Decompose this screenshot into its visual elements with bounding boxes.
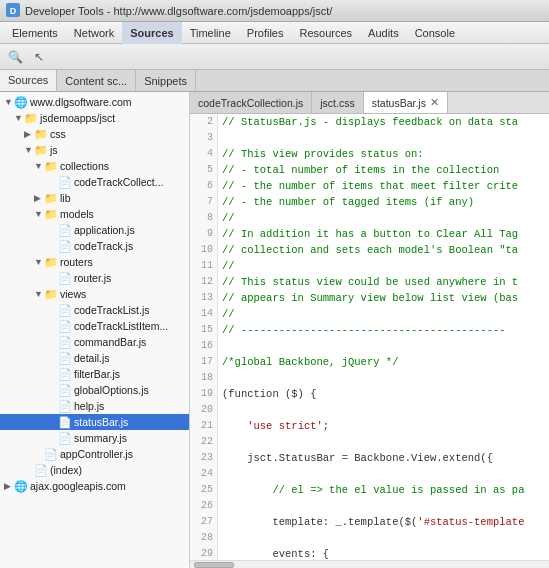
tree-item-collections[interactable]: ▼ 📁 collections <box>0 158 189 174</box>
line-num: 7 <box>194 194 213 210</box>
code-line: // This view provides status on: <box>222 146 545 162</box>
chevron-down-icon: ▼ <box>14 113 24 123</box>
tree-item-js[interactable]: ▼ 📁 js <box>0 142 189 158</box>
tree-label: js <box>50 144 58 156</box>
close-tab-icon[interactable]: ✕ <box>430 96 439 109</box>
file-icon: 📄 <box>44 448 58 461</box>
tree-item-commandbar[interactable]: 📄 commandBar.js <box>0 334 189 350</box>
tree-item-index[interactable]: 📄 (index) <box>0 462 189 478</box>
menu-console[interactable]: Console <box>407 22 463 44</box>
tree-item-lib[interactable]: ▶ 📁 lib <box>0 190 189 206</box>
line-num: 5 <box>194 162 213 178</box>
code-line: // <box>222 306 545 322</box>
tree-label: codeTrackCollect... <box>74 176 163 188</box>
code-line: // - total number of items in the collec… <box>222 162 545 178</box>
tree-label: routers <box>60 256 93 268</box>
tree-label: views <box>60 288 86 300</box>
tab-sources[interactable]: Sources <box>0 70 57 91</box>
scrollbar-thumb[interactable] <box>194 562 234 568</box>
code-line: // -------------------------------------… <box>222 322 545 338</box>
folder-icon: 📁 <box>44 160 58 173</box>
tree-item-models[interactable]: ▼ 📁 models <box>0 206 189 222</box>
line-num: 17 <box>194 354 213 370</box>
tree-label: detail.js <box>74 352 110 364</box>
search-button[interactable]: 🔍 <box>4 46 26 68</box>
tree-label: codeTrackList.js <box>74 304 149 316</box>
tree-item-codetrack[interactable]: 📄 codeTrack.js <box>0 238 189 254</box>
tree-label: models <box>60 208 94 220</box>
code-line: // collection and sets each model's Bool… <box>222 242 545 258</box>
folder-icon: 📁 <box>44 288 58 301</box>
tree-item-summary[interactable]: 📄 summary.js <box>0 430 189 446</box>
tree-item-root2[interactable]: ▶ 🌐 ajax.googleapis.com <box>0 478 189 494</box>
tab-label: statusBar.js <box>372 97 426 109</box>
menu-elements[interactable]: Elements <box>4 22 66 44</box>
menu-audits[interactable]: Audits <box>360 22 407 44</box>
tree-item-jsdemoapps[interactable]: ▼ 📁 jsdemoapps/jsct <box>0 110 189 126</box>
line-num: 18 <box>194 370 213 386</box>
tab-jsct-css[interactable]: jsct.css <box>312 92 363 113</box>
svg-text:D: D <box>10 6 17 16</box>
tree-label: codeTrackListItem... <box>74 320 168 332</box>
tree-item-codetracklistitem[interactable]: 📄 codeTrackListItem... <box>0 318 189 334</box>
tree-label: filterBar.js <box>74 368 120 380</box>
menu-timeline[interactable]: Timeline <box>182 22 239 44</box>
menu-sources[interactable]: Sources <box>122 22 181 44</box>
title-bar: D Developer Tools - http://www.dlgsoftwa… <box>0 0 549 22</box>
tab-label: codeTrackCollection.js <box>198 97 303 109</box>
tree-item-codetracklist[interactable]: 📄 codeTrackList.js <box>0 302 189 318</box>
code-line: (function ($) { <box>222 386 545 402</box>
code-lines: // StatusBar.js - displays feedback on d… <box>218 114 549 560</box>
line-num: 27 <box>194 514 213 530</box>
window-title: Developer Tools - http://www.dlgsoftware… <box>25 5 332 17</box>
file-tree[interactable]: ▼ 🌐 www.dlgsoftware.com ▼ 📁 jsdemoapps/j… <box>0 92 189 568</box>
main-container: Sources Content sc... Snippets ▼ 🌐 www.d… <box>0 70 549 568</box>
tree-item-help[interactable]: 📄 help.js <box>0 398 189 414</box>
menu-profiles[interactable]: Profiles <box>239 22 292 44</box>
line-num: 24 <box>194 466 213 482</box>
code-line <box>222 370 545 386</box>
tree-label: commandBar.js <box>74 336 146 348</box>
code-line: // el => the el value is passed in as pa <box>222 482 545 498</box>
code-line: // appears in Summary view below list vi… <box>222 290 545 306</box>
tree-item-root1[interactable]: ▼ 🌐 www.dlgsoftware.com <box>0 94 189 110</box>
line-num: 12 <box>194 274 213 290</box>
tree-item-views[interactable]: ▼ 📁 views <box>0 286 189 302</box>
tab-codetrack-collection[interactable]: codeTrackCollection.js <box>190 92 312 113</box>
tree-item-application[interactable]: 📄 application.js <box>0 222 189 238</box>
tree-item-css[interactable]: ▶ 📁 css <box>0 126 189 142</box>
menu-network[interactable]: Network <box>66 22 122 44</box>
tree-item-appcontroller[interactable]: 📄 appController.js <box>0 446 189 462</box>
line-num: 8 <box>194 210 213 226</box>
folder-icon: 📁 <box>34 128 48 141</box>
chevron-down-icon: ▼ <box>34 257 44 267</box>
file-icon: 📄 <box>58 416 72 429</box>
horizontal-scrollbar[interactable] <box>190 560 549 568</box>
line-num: 10 <box>194 242 213 258</box>
file-icon: 📄 <box>58 224 72 237</box>
line-num: 15 <box>194 322 213 338</box>
tab-content-scripts[interactable]: Content sc... <box>57 70 136 91</box>
menu-resources[interactable]: Resources <box>291 22 360 44</box>
pointer-button[interactable]: ↖ <box>28 46 50 68</box>
code-content[interactable]: 2 3 4 5 6 7 8 9 10 11 12 13 14 15 16 17 <box>190 114 549 560</box>
file-icon: 📄 <box>58 304 72 317</box>
tab-statusbar-js[interactable]: statusBar.js ✕ <box>364 92 448 113</box>
tree-item-filterbar[interactable]: 📄 filterBar.js <box>0 366 189 382</box>
code-line <box>222 466 545 482</box>
tree-item-globaloptions[interactable]: 📄 globalOptions.js <box>0 382 189 398</box>
tree-item-detail[interactable]: 📄 detail.js <box>0 350 189 366</box>
line-num: 3 <box>194 130 213 146</box>
line-num: 4 <box>194 146 213 162</box>
tree-item-router[interactable]: 📄 router.js <box>0 270 189 286</box>
tree-item-routers[interactable]: ▼ 📁 routers <box>0 254 189 270</box>
code-line: // In addition it has a button to Clear … <box>222 226 545 242</box>
tree-item-codetrack-collect[interactable]: 📄 codeTrackCollect... <box>0 174 189 190</box>
code-tab-bar: codeTrackCollection.js jsct.css statusBa… <box>190 92 549 114</box>
line-num: 23 <box>194 450 213 466</box>
tree-label: collections <box>60 160 109 172</box>
line-num: 13 <box>194 290 213 306</box>
tab-snippets[interactable]: Snippets <box>136 70 196 91</box>
tree-item-statusbar[interactable]: 📄 statusBar.js <box>0 414 189 430</box>
tree-label: statusBar.js <box>74 416 128 428</box>
